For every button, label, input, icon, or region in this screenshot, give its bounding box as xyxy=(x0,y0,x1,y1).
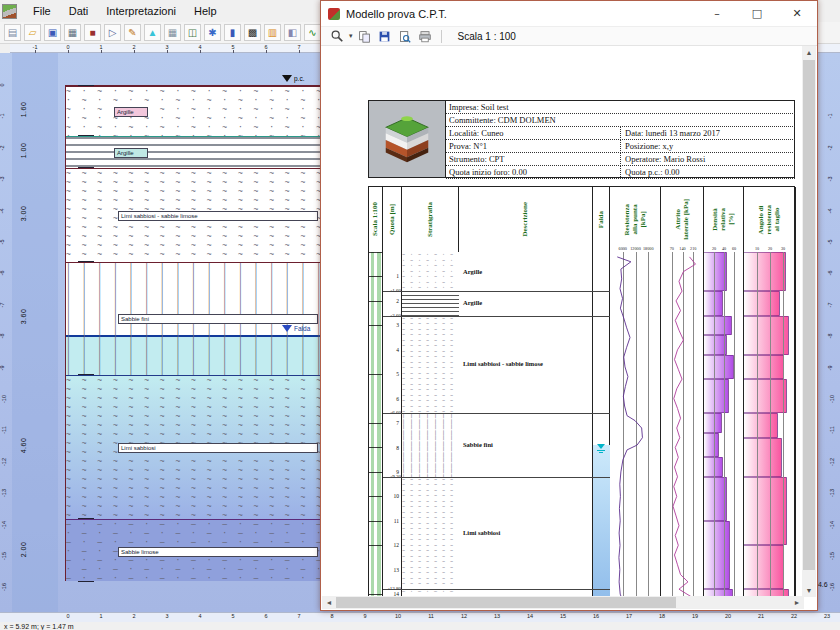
left-ruler-number: -4 xyxy=(0,208,5,213)
column-header-label: Quota [m] xyxy=(388,204,396,235)
menu-item-help[interactable]: Help xyxy=(186,3,225,19)
left-ruler-number: -1 xyxy=(0,114,5,119)
chart-axis-tick: 18000 xyxy=(643,246,653,251)
chart-curve xyxy=(610,252,660,597)
chart-axis-tick: 30 xyxy=(781,246,785,251)
horizontal-scrollbar[interactable]: ◄ ► xyxy=(322,596,804,609)
chart-axis-tick: 6000 xyxy=(619,246,627,251)
report-main-table: Scala 1:100Quota [m]StratigrafiaDescrizi… xyxy=(368,186,795,597)
water-table-triangle-icon xyxy=(282,325,292,332)
ruler-tick: 2 xyxy=(132,613,135,619)
cone-test-icon[interactable]: ▲ xyxy=(144,24,161,41)
layer-pattern-stripes xyxy=(66,137,325,168)
zoom-icon[interactable] xyxy=(329,29,345,44)
bar-chart-icon[interactable]: ▮ xyxy=(224,24,241,41)
layer-pattern-argille: ~ · ~ · ~ · ~ · ~ · ~ · ~ · ~ · ~ · ~ · … xyxy=(66,87,325,137)
layer-label-box: Limi sabbiosi - sabbie limose xyxy=(118,211,318,221)
preview-title-bar[interactable]: Modello prova C.P.T. – □ ✕ xyxy=(321,1,817,27)
new-file-icon[interactable]: ▤ xyxy=(4,24,21,41)
left-ruler-number: -13 xyxy=(1,489,7,497)
strat-layer: ~ · ~ · ~ · ~ · ~ · ~ · ~ · ~ · ~ · ~ · … xyxy=(402,252,459,291)
gradient-step-bar xyxy=(744,413,778,437)
scroll-left-arrow-icon[interactable]: ◄ xyxy=(322,596,336,609)
close-button[interactable]: ✕ xyxy=(777,2,817,26)
settings-gear-icon[interactable]: ✱ xyxy=(204,24,221,41)
dimension-value: 1.00 xyxy=(20,143,27,159)
archive-icon[interactable]: ▥ xyxy=(264,24,281,41)
right-ruler-number: -2 xyxy=(827,145,833,150)
dimension-value: 2.00 xyxy=(20,541,27,557)
gradient-step-bar xyxy=(704,433,719,457)
left-ruler-number: -15 xyxy=(1,552,7,560)
chart-gridline xyxy=(714,252,715,597)
scroll-right-arrow-icon[interactable]: ► xyxy=(790,596,804,609)
scale-label: Scala 1 : 100 xyxy=(458,31,516,42)
info-cell-right: Quota p.c.: 0.00 xyxy=(620,166,795,179)
falda-symbol-icon xyxy=(597,444,605,453)
maximize-button[interactable]: □ xyxy=(737,2,777,26)
menu-item-dati[interactable]: Dati xyxy=(61,3,97,19)
dimension-tick xyxy=(78,374,94,375)
left-ruler-number: -14 xyxy=(1,521,7,529)
chart-window-icon[interactable]: ◫ xyxy=(184,24,201,41)
ruler-tick: 6 xyxy=(264,613,267,619)
dimension-tick xyxy=(78,581,94,582)
dimension-value: 1.60 xyxy=(20,102,27,118)
quota-number: 5 xyxy=(396,371,399,377)
gradient-step-bar xyxy=(704,521,730,589)
report-info-table: Impresa: Soil testCommittente: CDM DOLME… xyxy=(368,100,795,178)
soil-cube-logo-icon xyxy=(378,110,436,168)
chart-gridline xyxy=(770,252,771,597)
right-ruler-number: -16 xyxy=(829,583,835,591)
quota-number: 2 xyxy=(396,298,399,304)
save-icon[interactable]: ▣ xyxy=(44,24,61,41)
table-icon[interactable]: ▦ xyxy=(164,24,181,41)
dimension-tick xyxy=(78,261,94,262)
layout-icon[interactable]: ◧ xyxy=(284,24,301,41)
menu-item-interpretazioni[interactable]: Interpretazioni xyxy=(98,3,184,19)
save-icon[interactable] xyxy=(377,29,393,44)
ruler-tick: 15 xyxy=(560,613,566,619)
minimize-button[interactable]: – xyxy=(697,2,737,26)
ruler-tick: 12 xyxy=(461,613,467,619)
stratigraphy-drawing: ~ · ~ · ~ · ~ · ~ · ~ · ~ · ~ · ~ · ~ · … xyxy=(65,85,325,581)
chart-axis-tick: 12000 xyxy=(630,246,640,251)
dimension-strip xyxy=(12,53,58,612)
right-ruler-number: -8 xyxy=(827,334,833,339)
column-header-label: Descrizione xyxy=(521,202,529,237)
body-col-9: 102030 xyxy=(744,252,796,597)
left-ruler-number: 0 xyxy=(0,83,5,86)
line-chart-icon[interactable]: ∿ xyxy=(304,24,321,41)
right-ruler-number: -10 xyxy=(829,395,835,403)
open-folder-icon[interactable]: ▱ xyxy=(24,24,41,41)
column-header-6: Resistenza alla punta [kPa] xyxy=(610,187,661,252)
image-icon[interactable]: ■ xyxy=(84,24,101,41)
export-icon[interactable]: ▷ xyxy=(104,24,121,41)
ruler-tick: 8 xyxy=(330,613,333,619)
quota-number: 4 xyxy=(396,347,399,353)
report-icon[interactable]: ▦ xyxy=(64,24,81,41)
horizontal-scroll-thumb[interactable] xyxy=(336,597,676,608)
info-cell-right: Operatore: Mario Rossi xyxy=(620,153,795,166)
scroll-up-arrow-icon[interactable]: ▲ xyxy=(802,46,816,59)
export-icon[interactable] xyxy=(397,29,413,44)
menu-item-file[interactable]: File xyxy=(25,3,59,19)
data-grid-icon[interactable]: ▩ xyxy=(244,24,261,41)
vertical-scroll-thumb[interactable] xyxy=(803,60,815,570)
ruler-tick: 19 xyxy=(692,613,698,619)
layer-description: Sabbie fini xyxy=(463,441,493,448)
quota-number: 11 xyxy=(394,518,399,524)
info-cell-right: Data: lunedì 13 marzo 2017 xyxy=(620,127,795,140)
scroll-down-arrow-icon[interactable]: ▼ xyxy=(802,584,816,597)
column-header-label: Angolo di resistenza al taglio xyxy=(757,205,781,234)
cursor-coordinates: x = 5.92 m; y = 1.47 m xyxy=(4,623,74,630)
zoom-dropdown-arrow[interactable]: ▾ xyxy=(349,32,353,40)
quota-number: 12 xyxy=(394,542,400,548)
quota-number: 6 xyxy=(396,396,399,402)
edit-icon[interactable]: ✎ xyxy=(124,24,141,41)
copy-icon[interactable] xyxy=(357,29,373,44)
chart-axis-tick: 20 xyxy=(712,246,716,251)
right-ruler-number: -7 xyxy=(827,302,833,307)
print-icon[interactable] xyxy=(417,29,433,44)
vertical-scrollbar[interactable]: ▲ ▼ xyxy=(802,46,816,597)
